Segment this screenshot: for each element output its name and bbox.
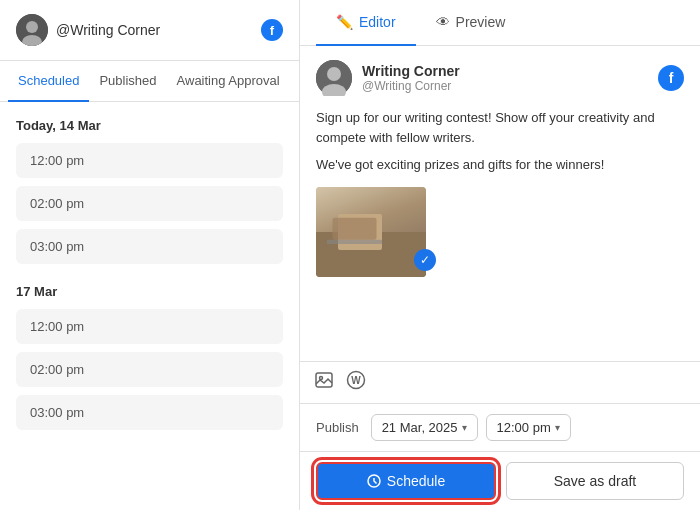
tab-published[interactable]: Published bbox=[89, 61, 166, 102]
avatar bbox=[16, 14, 48, 46]
publish-bar: Publish 21 Mar, 2025 ▾ 12:00 pm ▾ bbox=[300, 403, 700, 451]
post-account-name: Writing Corner bbox=[362, 63, 648, 79]
date-group-today: Today, 14 Mar 12:00 pm 02:00 pm 03:00 pm bbox=[16, 118, 283, 264]
post-image-wrapper: ✓ bbox=[316, 187, 426, 277]
tab-awaiting-approval[interactable]: Awaiting Approval bbox=[167, 61, 290, 102]
post-text-line2: We've got exciting prizes and gifts for … bbox=[316, 155, 604, 175]
facebook-badge-icon: f bbox=[658, 65, 684, 91]
preview-tab-icon: 👁 bbox=[436, 14, 450, 30]
time-chevron-icon: ▾ bbox=[555, 422, 560, 433]
facebook-icon: f bbox=[261, 19, 283, 41]
left-panel: @Writing Corner f Scheduled Published Aw… bbox=[0, 0, 300, 510]
date-chevron-icon: ▾ bbox=[462, 422, 467, 433]
svg-text:W: W bbox=[351, 375, 361, 386]
time-slot[interactable]: 03:00 pm bbox=[16, 229, 283, 264]
post-image bbox=[316, 187, 426, 277]
editor-tab-icon: ✏️ bbox=[336, 14, 353, 30]
svg-rect-6 bbox=[333, 217, 377, 239]
image-svg bbox=[327, 214, 393, 250]
image-toolbar-icon[interactable] bbox=[314, 370, 334, 395]
editor-content: Writing Corner @Writing Corner f Sign up… bbox=[300, 46, 700, 361]
save-draft-button[interactable]: Save as draft bbox=[506, 462, 684, 500]
time-slot[interactable]: 02:00 pm bbox=[16, 352, 283, 387]
post-image-decoration bbox=[316, 187, 426, 277]
schedule-btn-label: Schedule bbox=[387, 473, 445, 489]
wordpress-toolbar-icon[interactable]: W bbox=[346, 370, 366, 395]
publish-label: Publish bbox=[316, 420, 359, 435]
tab-preview[interactable]: 👁 Preview bbox=[416, 0, 526, 46]
editor-tabs: ✏️ Editor 👁 Preview bbox=[300, 0, 700, 46]
post-header: Writing Corner @Writing Corner f bbox=[316, 60, 684, 96]
tabs-nav: Scheduled Published Awaiting Approval bbox=[0, 61, 299, 102]
tab-scheduled[interactable]: Scheduled bbox=[8, 61, 89, 102]
time-slot[interactable]: 12:00 pm bbox=[16, 309, 283, 344]
check-badge: ✓ bbox=[414, 249, 436, 271]
time-slot[interactable]: 03:00 pm bbox=[16, 395, 283, 430]
post-account-handle: @Writing Corner bbox=[362, 79, 648, 93]
right-panel: ✏️ Editor 👁 Preview Writing Corner @Writ… bbox=[300, 0, 700, 510]
post-text-line1: Sign up for our writing contest! Show of… bbox=[316, 108, 684, 147]
time-value: 12:00 pm bbox=[497, 420, 551, 435]
svg-rect-7 bbox=[327, 239, 382, 243]
editor-tab-label: Editor bbox=[359, 14, 396, 30]
account-header[interactable]: @Writing Corner f bbox=[0, 0, 299, 61]
post-text-body: Sign up for our writing contest! Show of… bbox=[316, 108, 684, 175]
time-select[interactable]: 12:00 pm ▾ bbox=[486, 414, 571, 441]
date-label-17mar: 17 Mar bbox=[16, 284, 283, 299]
post-avatar bbox=[316, 60, 352, 96]
clock-icon bbox=[367, 474, 381, 488]
schedule-list: Today, 14 Mar 12:00 pm 02:00 pm 03:00 pm… bbox=[0, 102, 299, 510]
action-buttons: Schedule Save as draft bbox=[300, 451, 700, 510]
preview-tab-label: Preview bbox=[456, 14, 506, 30]
post-account-info: Writing Corner @Writing Corner bbox=[362, 63, 648, 93]
time-slot[interactable]: 02:00 pm bbox=[16, 186, 283, 221]
date-group-17mar: 17 Mar 12:00 pm 02:00 pm 03:00 pm bbox=[16, 284, 283, 430]
schedule-button[interactable]: Schedule bbox=[316, 462, 496, 500]
tab-editor[interactable]: ✏️ Editor bbox=[316, 0, 416, 46]
svg-point-4 bbox=[327, 67, 341, 81]
date-label-today: Today, 14 Mar bbox=[16, 118, 283, 133]
account-name: @Writing Corner bbox=[56, 22, 253, 38]
time-slot[interactable]: 12:00 pm bbox=[16, 143, 283, 178]
svg-point-1 bbox=[26, 21, 38, 33]
date-select[interactable]: 21 Mar, 2025 ▾ bbox=[371, 414, 478, 441]
editor-toolbar: W bbox=[300, 361, 700, 403]
date-value: 21 Mar, 2025 bbox=[382, 420, 458, 435]
save-draft-label: Save as draft bbox=[554, 473, 637, 489]
